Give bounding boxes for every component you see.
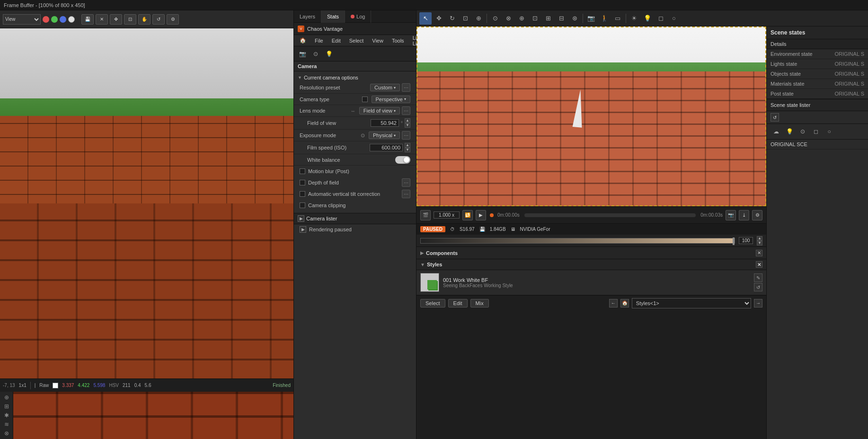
menu-file[interactable]: File bbox=[311, 35, 327, 46]
camera-type-value-btn[interactable]: Perspective ▾ bbox=[372, 96, 410, 103]
dof-options-btn[interactable]: ⋯ bbox=[402, 178, 410, 187]
settings-btn[interactable]: ⚙ bbox=[167, 14, 179, 25]
geometry-icon[interactable]: ⊙ bbox=[489, 12, 501, 25]
geometry6-icon[interactable]: ⊟ bbox=[555, 12, 567, 25]
cube3d-icon[interactable]: ◻ bbox=[655, 12, 667, 25]
opacity-input[interactable] bbox=[739, 237, 753, 244]
motion-blur-checkbox[interactable] bbox=[300, 168, 305, 174]
menu-select[interactable]: Select bbox=[345, 35, 368, 46]
white-balance-toggle[interactable] bbox=[395, 156, 410, 164]
move-btn[interactable]: ✥ bbox=[110, 14, 122, 25]
opacity-spinner-up[interactable]: ▲ bbox=[757, 236, 762, 241]
geometry5-icon[interactable]: ⊞ bbox=[542, 12, 554, 25]
loop-btn[interactable]: 🔁 bbox=[462, 210, 473, 220]
geometry7-icon[interactable]: ⊛ bbox=[568, 12, 581, 25]
lister-refresh-btn[interactable]: ↺ bbox=[771, 113, 779, 122]
light-icon[interactable]: 💡 bbox=[641, 12, 654, 25]
lens-mode-options-btn[interactable]: ⋯ bbox=[402, 106, 410, 115]
tab-layers[interactable]: Layers bbox=[294, 10, 321, 23]
rotate-btn[interactable]: ↺ bbox=[152, 14, 165, 25]
scene-state-lister-header[interactable]: Scene state lister bbox=[767, 99, 868, 111]
geometry2-icon[interactable]: ⊗ bbox=[502, 12, 514, 25]
styles-dropdown[interactable]: Styles<1> bbox=[632, 298, 751, 308]
fov-input[interactable] bbox=[371, 119, 399, 127]
close-btn[interactable]: ✕ bbox=[96, 14, 108, 25]
left-icon-1[interactable]: ⊕ bbox=[1, 394, 12, 402]
connect-icon[interactable]: ⊕ bbox=[472, 12, 485, 25]
menu-tools[interactable]: Tools bbox=[388, 35, 408, 46]
left-icon-2[interactable]: ⊞ bbox=[1, 403, 12, 411]
menu-edit[interactable]: Edit bbox=[328, 35, 345, 46]
fov-spinner-up[interactable]: ▲ bbox=[405, 118, 410, 123]
settings2-btn[interactable]: ⚙ bbox=[752, 210, 762, 220]
camera-clipping-checkbox[interactable] bbox=[300, 202, 305, 208]
film-speed-input[interactable] bbox=[370, 144, 403, 151]
camera-capture-btn[interactable]: 📷 bbox=[726, 210, 736, 220]
opacity-spinner-down[interactable]: ▼ bbox=[757, 241, 762, 246]
save-btn[interactable]: 💾 bbox=[81, 14, 94, 25]
resolution-options-btn[interactable]: ⋯ bbox=[402, 83, 410, 92]
geometry4-icon[interactable]: ⊡ bbox=[529, 12, 541, 25]
menu-home[interactable]: 🏠 bbox=[296, 35, 310, 46]
main-viewport[interactable] bbox=[0, 28, 293, 378]
scale-icon[interactable]: ⊡ bbox=[459, 12, 471, 25]
blue-dot-button[interactable] bbox=[60, 16, 66, 23]
fov-spinner-down[interactable]: ▼ bbox=[405, 123, 410, 128]
white-dot-button[interactable] bbox=[68, 16, 75, 23]
nav-home-btn[interactable]: 🏠 bbox=[620, 299, 629, 307]
circle-icon[interactable]: ○ bbox=[668, 12, 680, 25]
lister-icon-5[interactable]: ○ bbox=[824, 126, 835, 137]
film-icon-btn[interactable]: 🎬 bbox=[420, 210, 431, 220]
camera-lister-header[interactable]: ▶ Camera lister bbox=[294, 213, 416, 224]
light-icon-btn[interactable]: 💡 bbox=[323, 48, 335, 60]
style-refresh-btn[interactable]: ↺ bbox=[754, 283, 762, 291]
resolution-value-btn[interactable]: Custom ▾ bbox=[370, 84, 400, 91]
lister-icon-1[interactable]: ☁ bbox=[771, 126, 782, 137]
components-close-btn[interactable]: ✕ bbox=[756, 250, 762, 256]
edit-btn[interactable]: Edit bbox=[448, 299, 468, 307]
vertical-tilt-checkbox[interactable] bbox=[300, 191, 305, 197]
camera-icon-btn[interactable]: 📷 bbox=[297, 48, 308, 60]
lister-icon-2[interactable]: 💡 bbox=[784, 126, 795, 137]
play-btn[interactable]: ▶ bbox=[476, 210, 486, 220]
style-edit-btn[interactable]: ✎ bbox=[754, 273, 762, 282]
vertical-tilt-options-btn[interactable]: ⋯ bbox=[402, 190, 410, 198]
viewport-mode-select[interactable]: View bbox=[3, 14, 41, 25]
camera-tool-icon[interactable]: 📷 bbox=[585, 12, 597, 25]
sun-icon[interactable]: ☀ bbox=[628, 12, 640, 25]
styles-close-btn[interactable]: ✕ bbox=[756, 261, 762, 268]
select-arrow-icon[interactable]: ↖ bbox=[419, 12, 432, 25]
rotate-icon[interactable]: ↻ bbox=[446, 12, 458, 25]
nav-left-btn[interactable]: ← bbox=[609, 299, 618, 307]
export-btn[interactable]: ⤓ bbox=[739, 210, 749, 220]
left-icon-4[interactable]: ≋ bbox=[1, 420, 12, 428]
select-btn[interactable]: Select bbox=[420, 299, 445, 307]
dof-checkbox[interactable] bbox=[300, 180, 305, 185]
material-icon-btn[interactable]: ⊙ bbox=[310, 48, 321, 60]
opacity-track[interactable] bbox=[420, 238, 735, 244]
move-icon[interactable]: ✥ bbox=[433, 12, 445, 25]
menu-view[interactable]: View bbox=[368, 35, 387, 46]
rendering-paused-row[interactable]: ▶ Rendering paused bbox=[294, 224, 416, 235]
timeline-track[interactable] bbox=[524, 213, 696, 217]
green-dot-button[interactable] bbox=[51, 16, 58, 23]
film-speed-spinner-up[interactable]: ▲ bbox=[405, 143, 410, 148]
mix-btn[interactable]: Mix bbox=[470, 299, 489, 307]
camera-options-toggle[interactable]: ▼ Current camera options bbox=[294, 73, 416, 82]
lister-icon-3[interactable]: ⊙ bbox=[797, 126, 808, 137]
tab-stats[interactable]: Stats bbox=[321, 10, 345, 23]
rect-icon[interactable]: ▭ bbox=[611, 12, 624, 25]
film-speed-spinner-down[interactable]: ▼ bbox=[405, 148, 410, 152]
red-dot-button[interactable] bbox=[43, 16, 49, 23]
geometry3-icon[interactable]: ⊕ bbox=[515, 12, 528, 25]
rendering-paused-expand[interactable]: ▶ bbox=[300, 226, 306, 233]
person-icon[interactable]: 🚶 bbox=[598, 12, 611, 25]
tab-log[interactable]: Log bbox=[345, 10, 371, 23]
speed-input[interactable] bbox=[434, 211, 460, 219]
opacity-thumb[interactable] bbox=[733, 237, 735, 245]
lens-mode-value-btn[interactable]: Field of view ▾ bbox=[359, 107, 400, 114]
left-icon-3[interactable]: ✱ bbox=[1, 412, 12, 420]
left-icon-5[interactable]: ⊗ bbox=[1, 429, 12, 437]
scene-states-details[interactable]: Details bbox=[767, 39, 868, 49]
frame-btn[interactable]: ⊡ bbox=[124, 14, 136, 25]
